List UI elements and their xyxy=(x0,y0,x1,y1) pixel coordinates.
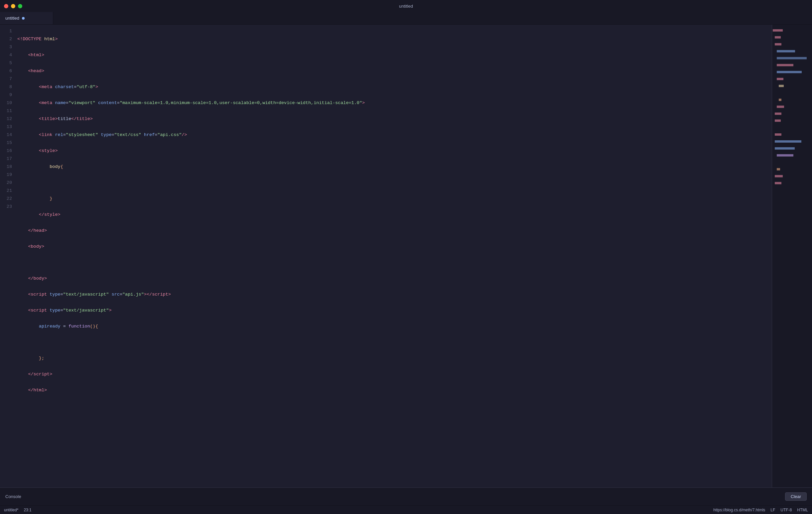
clear-button[interactable]: Clear xyxy=(785,492,807,501)
status-filename: untitled* xyxy=(4,508,18,512)
minimize-button[interactable] xyxy=(11,4,15,8)
code-line-8: <style> xyxy=(17,147,772,155)
window-controls xyxy=(4,4,22,8)
status-cursor: 23:1 xyxy=(24,508,31,512)
code-line-20 xyxy=(17,339,772,346)
code-line-11: } xyxy=(17,195,772,203)
code-content[interactable]: <!DOCTYPE html> <html> <head> <meta char… xyxy=(16,25,772,487)
svg-rect-15 xyxy=(775,140,801,143)
svg-rect-10 xyxy=(779,99,781,101)
svg-rect-5 xyxy=(777,57,807,59)
code-line-7: <link rel="stylesheet" type="text/css" h… xyxy=(17,131,772,139)
code-line-4: <meta charset="utf-8"> xyxy=(17,83,772,91)
svg-rect-20 xyxy=(775,182,781,184)
code-line-2: <html> xyxy=(17,51,772,59)
editor-area: 1 2 3 4 5 6 7 8 9 10 11 12 13 14 15 16 1… xyxy=(0,25,812,487)
tab-untitled[interactable]: untitled xyxy=(0,12,53,24)
status-right: https://blog.cs.d/meth/7.htmls LF UTF-8 … xyxy=(713,508,808,512)
code-editor[interactable]: 1 2 3 4 5 6 7 8 9 10 11 12 13 14 15 16 1… xyxy=(0,25,772,487)
code-line-23: </html> xyxy=(17,386,772,394)
svg-rect-6 xyxy=(777,64,793,66)
svg-rect-1 xyxy=(773,29,783,32)
svg-rect-0 xyxy=(772,25,812,487)
status-encoding: UTF-8 xyxy=(780,508,792,512)
svg-rect-13 xyxy=(775,119,781,122)
console-label: Console xyxy=(0,494,785,499)
minimap-svg xyxy=(772,25,812,487)
code-line-15 xyxy=(17,259,772,267)
code-line-1: <!DOCTYPE html> xyxy=(17,35,772,43)
maximize-button[interactable] xyxy=(18,4,22,8)
code-line-14: <body> xyxy=(17,243,772,251)
code-line-3: <head> xyxy=(17,67,772,75)
code-line-13: </head> xyxy=(17,227,772,235)
status-line-ending: LF xyxy=(771,508,775,512)
svg-rect-18 xyxy=(777,168,780,171)
tab-bar: untitled xyxy=(0,12,812,25)
code-line-6: <title>title</title> xyxy=(17,115,772,123)
svg-rect-11 xyxy=(777,106,784,108)
svg-rect-14 xyxy=(775,133,781,136)
svg-rect-4 xyxy=(777,50,795,53)
code-line-17: <script type="text/javascript" src="api.… xyxy=(17,291,772,298)
tab-label: untitled xyxy=(5,16,19,21)
status-left: untitled* 23:1 xyxy=(4,508,713,512)
svg-rect-17 xyxy=(777,154,793,156)
status-url: https://blog.cs.d/meth/7.htmls xyxy=(713,508,765,512)
code-line-9: body{ xyxy=(17,163,772,171)
status-language: HTML xyxy=(797,508,808,512)
title-bar: untitled xyxy=(0,0,812,12)
code-line-16: </body> xyxy=(17,275,772,283)
svg-rect-19 xyxy=(775,175,783,177)
line-numbers: 1 2 3 4 5 6 7 8 9 10 11 12 13 14 15 16 1… xyxy=(0,25,16,487)
svg-rect-16 xyxy=(775,147,795,150)
minimap xyxy=(772,25,812,487)
svg-rect-3 xyxy=(775,43,781,46)
code-line-10 xyxy=(17,179,772,187)
status-bar: untitled* 23:1 https://blog.cs.d/meth/7.… xyxy=(0,505,812,514)
console-area: Console Clear xyxy=(0,487,812,505)
code-line-21: }; xyxy=(17,354,772,362)
code-line-5: <meta name="viewport" content="maximum-s… xyxy=(17,99,772,107)
svg-rect-2 xyxy=(775,36,781,38)
code-line-19: apiready = function(){ xyxy=(17,322,772,331)
svg-rect-8 xyxy=(777,78,783,80)
close-button[interactable] xyxy=(4,4,8,8)
svg-rect-7 xyxy=(777,71,802,73)
code-line-22: </script> xyxy=(17,370,772,378)
svg-rect-9 xyxy=(779,85,784,87)
svg-rect-12 xyxy=(775,112,781,115)
tab-modified-dot xyxy=(22,17,25,20)
code-line-18: <script type="text/javascript"> xyxy=(17,307,772,315)
main-area: 1 2 3 4 5 6 7 8 9 10 11 12 13 14 15 16 1… xyxy=(0,25,812,505)
code-line-12: </style> xyxy=(17,211,772,219)
window-title: untitled xyxy=(399,4,413,9)
